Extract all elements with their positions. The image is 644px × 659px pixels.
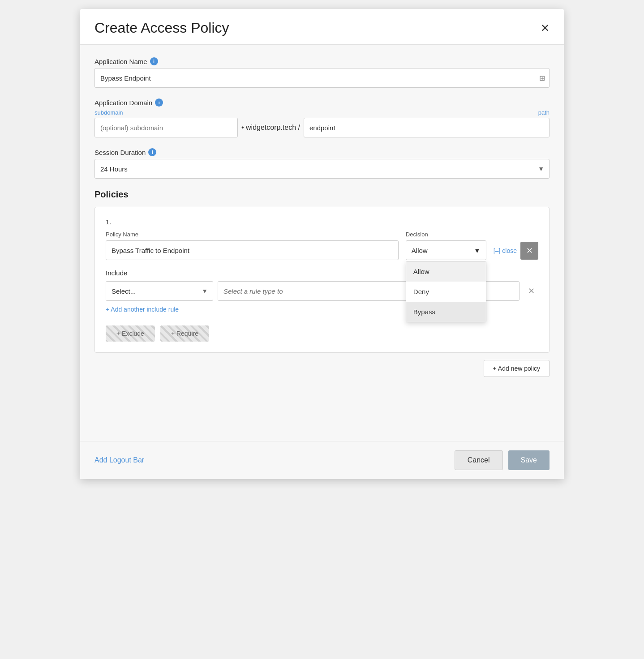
decision-select-wrapper: Allow ▼ Allow Deny Bypass <box>406 240 486 260</box>
subdomain-col: subdomain <box>94 109 238 137</box>
collapse-button[interactable]: [–] close <box>494 247 517 254</box>
application-name-label: Application Name i <box>94 57 550 65</box>
create-access-policy-modal: Create Access Policy ✕ Application Name … <box>80 9 564 479</box>
add-policy-row: + Add new policy <box>94 360 550 377</box>
policy-name-col: Policy Name <box>106 231 399 260</box>
decision-option-deny[interactable]: Deny <box>406 282 486 302</box>
subdomain-label: subdomain <box>94 109 238 116</box>
decision-option-bypass[interactable]: Bypass <box>406 302 486 322</box>
decision-value: Allow <box>412 247 428 254</box>
decision-option-allow[interactable]: Allow <box>406 261 486 282</box>
include-select-wrapper: Select... ▼ <box>106 281 213 301</box>
modal-footer: Add Logout Bar Cancel Save <box>80 441 564 479</box>
decision-dropdown: Allow Deny Bypass <box>406 261 486 322</box>
application-domain-info-icon[interactable]: i <box>155 98 163 107</box>
session-duration-label: Session Duration i <box>94 148 550 156</box>
policy-name-input[interactable] <box>106 240 399 260</box>
remove-rule-button[interactable]: ✕ <box>524 284 538 298</box>
session-duration-group: Session Duration i 30 Minutes 1 Hour 6 H… <box>94 148 550 179</box>
logout-bar-link[interactable]: Add Logout Bar <box>94 456 144 464</box>
exclude-button[interactable]: + Exclude <box>106 325 155 342</box>
include-type-select[interactable]: Select... <box>106 281 213 301</box>
policies-section: Policies 1. Policy Name Decision <box>94 189 550 377</box>
path-input[interactable] <box>304 118 550 137</box>
application-name-input[interactable] <box>94 68 550 88</box>
application-name-input-wrapper: ⊞ <box>94 68 550 88</box>
session-duration-select[interactable]: 30 Minutes 1 Hour 6 Hours 12 Hours 24 Ho… <box>94 159 550 179</box>
application-name-group: Application Name i ⊞ <box>94 57 550 88</box>
application-domain-label: Application Domain i <box>94 98 550 107</box>
policy-name-field-label: Policy Name <box>106 231 399 238</box>
application-domain-group: Application Domain i subdomain • widgetc… <box>94 98 550 137</box>
policy-card: 1. Policy Name Decision Allow ▼ <box>94 207 550 353</box>
modal-body: Application Name i ⊞ Application Domain … <box>80 45 564 441</box>
paste-icon[interactable]: ⊞ <box>539 74 545 82</box>
domain-text: • widgetcorp.tech / <box>238 118 304 137</box>
decision-button[interactable]: Allow ▼ <box>406 240 486 260</box>
policy-number: 1. <box>106 218 538 226</box>
application-name-info-icon[interactable]: i <box>150 57 158 65</box>
modal-header: Create Access Policy ✕ <box>80 9 564 45</box>
delete-policy-button[interactable]: ✕ <box>520 242 538 260</box>
add-new-policy-button[interactable]: + Add new policy <box>484 360 550 377</box>
footer-buttons: Cancel Save <box>455 450 550 470</box>
modal-title: Create Access Policy <box>94 20 229 36</box>
save-button[interactable]: Save <box>508 450 550 470</box>
decision-field-label: Decision <box>406 231 486 238</box>
cancel-button[interactable]: Cancel <box>455 450 503 470</box>
close-icon[interactable]: ✕ <box>541 23 550 34</box>
policy-top-row: Policy Name Decision Allow ▼ <box>106 231 538 260</box>
add-include-rule-link[interactable]: + Add another include rule <box>106 306 179 313</box>
policies-section-title: Policies <box>94 189 550 200</box>
decision-col: Decision Allow ▼ Allow Deny Bypass <box>406 231 486 260</box>
session-duration-info-icon[interactable]: i <box>148 148 156 156</box>
decision-chevron-icon: ▼ <box>474 247 481 254</box>
require-button[interactable]: + Require <box>160 325 209 342</box>
path-label: path <box>538 109 550 116</box>
path-col: path <box>304 109 550 137</box>
domain-row: subdomain • widgetcorp.tech / path <box>94 109 550 137</box>
policy-action-buttons: + Exclude + Require <box>106 325 538 342</box>
policy-actions-row: [–] close ✕ <box>494 242 538 260</box>
session-duration-select-wrapper: 30 Minutes 1 Hour 6 Hours 12 Hours 24 Ho… <box>94 159 550 179</box>
subdomain-input[interactable] <box>94 118 238 137</box>
